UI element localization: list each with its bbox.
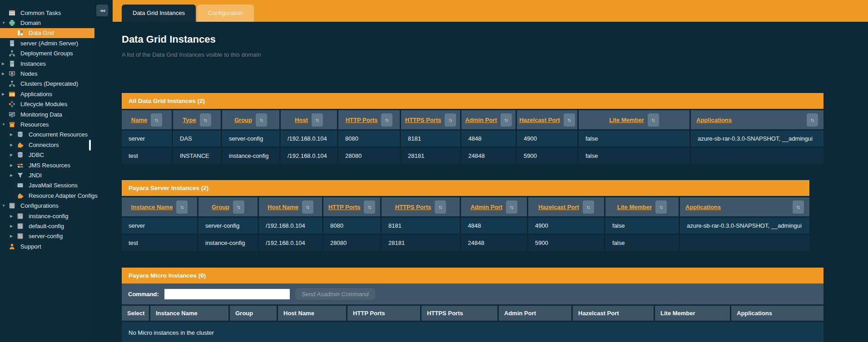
sidebar-item-server-config[interactable]: ▶server-config xyxy=(0,231,94,241)
sort-link-hazelcast-port[interactable]: Hazelcast Port xyxy=(519,117,560,123)
caret-right-icon[interactable]: ▶ xyxy=(2,92,9,96)
sort-button[interactable]: ↑↓ xyxy=(381,113,392,127)
tab-data-grid-instances[interactable]: Data Grid Instances xyxy=(122,5,196,22)
sidebar-item-concurrent-resources[interactable]: ▶Concurrent Resources xyxy=(0,130,94,140)
sidebar-item-clusters-deprecated[interactable]: Clusters (Deprecated) xyxy=(0,79,94,89)
sort-link-host-name[interactable]: Host Name xyxy=(268,204,298,210)
sidebar-item-jndi[interactable]: ▶JNDI xyxy=(0,170,94,180)
table-cell: 4900 xyxy=(517,131,577,147)
table-cell: 28080 xyxy=(323,235,380,251)
sort-link-hazelcast-port[interactable]: Hazelcast Port xyxy=(538,204,579,210)
micro-column-header-https-ports: HTTPS Ports xyxy=(422,306,497,321)
data-grid-icon xyxy=(17,29,24,36)
sort-button[interactable]: ↑↓ xyxy=(501,113,512,127)
caret-right-icon[interactable]: ▶ xyxy=(10,173,17,177)
command-input[interactable] xyxy=(164,289,290,299)
sidebar-item-label: Domain xyxy=(20,20,41,26)
sidebar-item-server-admin-server[interactable]: server (Admin Server) xyxy=(0,38,94,48)
sort-link-instance-name[interactable]: Instance Name xyxy=(131,204,173,210)
sidebar-collapse-button[interactable]: ◀◀ xyxy=(96,5,108,16)
sort-button[interactable]: ↑↓ xyxy=(435,200,446,214)
sort-link-lite-member[interactable]: Lite Member xyxy=(609,117,644,123)
caret-right-icon[interactable]: ▶ xyxy=(10,132,17,137)
sidebar-item-applications[interactable]: ▶Applications xyxy=(0,89,94,99)
sort-link-http-ports[interactable]: HTTP Ports xyxy=(346,117,378,123)
sort-link-admin-port[interactable]: Admin Port xyxy=(465,117,497,123)
page-subtitle: A list of the Data Grid Instances visibl… xyxy=(122,51,868,58)
sort-link-host[interactable]: Host xyxy=(295,117,308,123)
sidebar-item-support[interactable]: Support xyxy=(0,241,94,251)
table-cell: 28181 xyxy=(401,148,460,164)
caret-right-icon[interactable]: ▶ xyxy=(10,214,17,218)
sidebar-item-configurations[interactable]: ▼Configurations xyxy=(0,200,94,210)
caret-right-icon[interactable]: ▶ xyxy=(10,143,17,147)
sort-link-type[interactable]: Type xyxy=(183,117,196,123)
sort-button[interactable]: ↑↓ xyxy=(364,200,375,214)
sort-button[interactable]: ↑↓ xyxy=(807,113,818,127)
sort-button[interactable]: ↑↓ xyxy=(445,113,456,127)
caret-right-icon[interactable]: ▶ xyxy=(10,224,17,228)
sort-button[interactable]: ↑↓ xyxy=(648,113,659,127)
sort-link-admin-port[interactable]: Admin Port xyxy=(471,204,502,210)
sidebar-scrollbar-thumb[interactable] xyxy=(89,140,91,151)
caret-right-icon[interactable]: ▶ xyxy=(2,72,9,76)
sidebar-item-default-config[interactable]: ▶default-config xyxy=(0,221,94,231)
sort-button[interactable]: ↑↓ xyxy=(655,200,667,214)
sort-link-name[interactable]: Name xyxy=(131,117,147,123)
sidebar-item-deployment-groups[interactable]: Deployment Groups xyxy=(0,49,94,59)
sidebar-item-instance-config[interactable]: ▶instance-config xyxy=(0,211,94,221)
caret-right-icon[interactable]: ▶ xyxy=(2,62,9,66)
sort-link-https-ports[interactable]: HTTPS Ports xyxy=(405,117,441,123)
sidebar-item-connectors[interactable]: ▶Connectors xyxy=(0,140,94,150)
sort-button[interactable]: ↑↓ xyxy=(200,113,211,127)
table-cell: 24848 xyxy=(461,148,516,164)
sidebar-item-nodes[interactable]: ▶Nodes xyxy=(0,68,94,78)
sidebar-item-resource-adapter-configs[interactable]: Resource Adapter Configs xyxy=(0,191,94,200)
caret-right-icon[interactable]: ▶ xyxy=(10,153,17,157)
content: Data Grid Instances A list of the Data G… xyxy=(94,34,868,342)
caret-right-icon[interactable]: ▶ xyxy=(10,234,17,238)
tab-configuration[interactable]: Configuration xyxy=(197,5,254,22)
sort-link-applications[interactable]: Applications xyxy=(685,204,721,210)
sidebar-item-label: Resources xyxy=(20,121,49,128)
sidebar-item-label: server-config xyxy=(29,233,63,239)
sort-link-group[interactable]: Group xyxy=(212,204,229,210)
sort-button[interactable]: ↑↓ xyxy=(233,200,244,214)
sidebar-item-data-grid[interactable]: Data Grid xyxy=(0,28,94,38)
sort-button[interactable]: ↑↓ xyxy=(793,200,804,214)
sidebar-item-instances[interactable]: ▶Instances xyxy=(0,59,94,68)
caret-right-icon[interactable]: ▶ xyxy=(10,163,17,167)
sort-button[interactable]: ↑↓ xyxy=(176,200,188,214)
sort-button[interactable]: ↑↓ xyxy=(256,113,267,127)
sidebar-item-jdbc[interactable]: ▶JDBC xyxy=(0,150,94,160)
monitoring-icon xyxy=(9,111,15,118)
sort-link-group[interactable]: Group xyxy=(234,117,252,123)
sort-link-http-ports[interactable]: HTTP Ports xyxy=(328,204,361,210)
sidebar-item-label: Connectors xyxy=(29,142,59,148)
sort-button[interactable]: ↑↓ xyxy=(151,113,162,127)
table-cell xyxy=(680,235,809,251)
sidebar-item-domain[interactable]: ▼Domain xyxy=(0,18,94,28)
sidebar-item-lifecycle-modules[interactable]: Lifecycle Modules xyxy=(0,99,94,109)
caret-down-icon[interactable]: ▼ xyxy=(2,21,9,25)
sort-link-https-ports[interactable]: HTTPS Ports xyxy=(395,204,431,210)
caret-down-icon[interactable]: ▼ xyxy=(2,122,9,127)
sidebar-item-jms-resources[interactable]: ▶JMS Resources xyxy=(0,160,94,170)
sort-button[interactable]: ↑↓ xyxy=(302,200,313,214)
sort-button[interactable]: ↑↓ xyxy=(506,200,517,214)
caret-down-icon[interactable]: ▼ xyxy=(2,204,9,208)
table-cell: instance-config xyxy=(222,148,279,164)
sort-button[interactable]: ↑↓ xyxy=(312,113,323,127)
sidebar-item-common-tasks[interactable]: Common Tasks xyxy=(0,8,94,18)
sort-button[interactable]: ↑↓ xyxy=(583,200,594,214)
sidebar-item-resources[interactable]: ▼Resources xyxy=(0,119,94,129)
sort-button[interactable]: ↑↓ xyxy=(564,113,575,127)
table-cell: 4848 xyxy=(461,218,527,234)
sidebar-item-javamail-sessions[interactable]: JavaMail Sessions xyxy=(0,181,94,191)
sort-link-applications[interactable]: Applications xyxy=(696,117,732,123)
sort-link-lite-member[interactable]: Lite Member xyxy=(617,204,652,210)
send-asadmin-command-button[interactable]: Send Asadmin Command xyxy=(295,288,375,300)
sidebar-item-monitoring-data[interactable]: Monitoring Data xyxy=(0,109,94,119)
table-cell: 8181 xyxy=(382,218,460,234)
applications-icon xyxy=(9,91,15,98)
